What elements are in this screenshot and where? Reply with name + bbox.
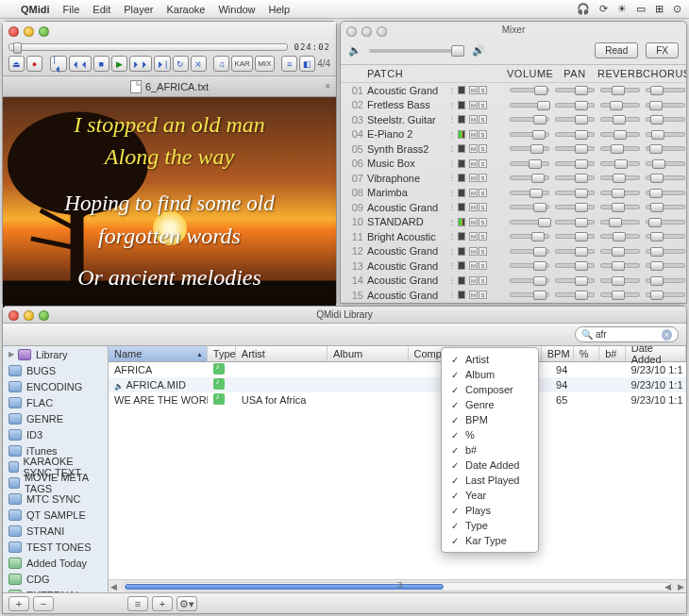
mixer-track[interactable]: 05 Synth Brass2 ⋮MS	[348, 142, 679, 157]
solo-button[interactable]: S	[479, 144, 487, 153]
context-menu-item[interactable]: BPM	[442, 412, 538, 427]
patch-name[interactable]: Acoustic Grand	[367, 85, 448, 96]
search-input[interactable]	[596, 329, 662, 340]
seek-slider[interactable]	[8, 43, 288, 51]
solo-button[interactable]: S	[479, 203, 487, 211]
context-menu-item[interactable]: Genre	[442, 397, 538, 412]
reverb-slider[interactable]	[600, 278, 640, 283]
reverb-slider[interactable]	[600, 103, 640, 108]
context-menu-item[interactable]: Type	[442, 518, 538, 533]
app-menu[interactable]: QMidi	[21, 4, 50, 15]
patch-name[interactable]: Acoustic Grand	[367, 275, 448, 286]
solo-button[interactable]: S	[479, 291, 487, 299]
track-menu-icon[interactable]: ⋮	[448, 101, 456, 109]
mute-button[interactable]: M	[469, 291, 478, 299]
pan-slider[interactable]	[555, 103, 595, 108]
volume-slider[interactable]	[510, 234, 549, 239]
fx-button[interactable]: FX	[646, 42, 679, 58]
context-menu-item[interactable]: Composer	[442, 382, 538, 397]
track-menu-icon[interactable]: ⋮	[448, 232, 456, 241]
add-button[interactable]: +	[8, 596, 29, 611]
reverb-slider[interactable]	[600, 146, 640, 151]
volume-slider[interactable]	[510, 103, 549, 108]
track-menu-icon[interactable]: ⋮	[448, 203, 456, 211]
reverb-slider[interactable]	[600, 117, 640, 122]
chorus-slider[interactable]	[646, 103, 685, 108]
reverb-slider[interactable]	[600, 191, 640, 195]
tab-title[interactable]: 6_AFRICA.txt	[145, 81, 209, 92]
chorus-slider[interactable]	[646, 292, 685, 297]
chorus-slider[interactable]	[646, 263, 685, 268]
sidebar-item[interactable]: ▶Library	[3, 346, 108, 362]
library-sidebar[interactable]: ▶LibraryBUGSENCODINGFLACGENREID3iTunesKA…	[3, 346, 109, 592]
sidebar-item[interactable]: GENRE	[3, 410, 108, 426]
solo-button[interactable]: S	[479, 189, 487, 197]
menu-player[interactable]: Player	[124, 4, 153, 15]
table-row[interactable]: AFRICA 94 9/23/10 1:1	[109, 362, 686, 377]
loop-button[interactable]: ↻	[173, 56, 189, 72]
mute-button[interactable]: M	[469, 144, 478, 153]
patch-name[interactable]: E-Piano 2	[367, 128, 448, 140]
volume-slider[interactable]	[510, 205, 549, 209]
pan-slider[interactable]	[555, 132, 595, 137]
mixer-track[interactable]: 11 Bright Acoustic ⋮MS	[348, 229, 679, 244]
table-header[interactable]: NameTypeArtistAlbumCompoBPM%b#Date Added	[109, 346, 686, 362]
patch-name[interactable]: Acoustic Grand	[367, 202, 448, 213]
mixer-track[interactable]: 07 Vibraphone ⋮MS	[348, 171, 679, 186]
close-button[interactable]	[8, 26, 19, 37]
context-menu-item[interactable]: Last Played	[442, 473, 538, 488]
mixer-track[interactable]: 15 Acoustic Grand ⋮MS	[348, 288, 679, 302]
pan-slider[interactable]	[555, 146, 595, 151]
info-button[interactable]: ◧	[299, 56, 315, 72]
headphones-icon[interactable]: 🎧	[577, 3, 590, 15]
reverb-slider[interactable]	[600, 249, 640, 254]
mixer-track[interactable]: 10 STANDARD ⋮MS	[348, 215, 679, 230]
zoom-button[interactable]	[39, 26, 49, 37]
menu-file[interactable]: File	[63, 4, 80, 15]
mix-button[interactable]: MIX	[255, 56, 275, 72]
volume-slider[interactable]	[510, 117, 549, 122]
disclosure-triangle[interactable]: ▶	[8, 350, 14, 358]
zoom-button[interactable]	[39, 310, 49, 321]
solo-button[interactable]: S	[479, 276, 487, 285]
skip-start-button[interactable]: |⏴	[50, 56, 67, 72]
track-menu-icon[interactable]: ⋮	[448, 130, 456, 139]
volume-slider[interactable]	[510, 263, 549, 268]
pan-slider[interactable]	[555, 263, 595, 268]
column-header[interactable]: Artist	[236, 346, 328, 361]
fastfwd-button[interactable]: ⏵⏵	[129, 56, 152, 72]
remove-button[interactable]: −	[33, 596, 54, 611]
mixer-tracks[interactable]: 01 Acoustic Grand ⋮MS 02 Fretless Bass ⋮…	[341, 83, 686, 302]
pan-slider[interactable]	[555, 191, 595, 195]
mute-button[interactable]: M	[469, 115, 478, 124]
horizontal-scrollbar[interactable]: ◀ 3 ◀ ▶	[109, 579, 686, 592]
pan-slider[interactable]	[555, 249, 595, 254]
menu-edit[interactable]: Edit	[92, 4, 110, 15]
chorus-slider[interactable]	[646, 146, 685, 151]
list-view-button[interactable]: ≡	[127, 596, 148, 611]
mute-button[interactable]: M	[469, 159, 478, 168]
mixer-track[interactable]: 02 Fretless Bass ⋮MS	[348, 98, 679, 113]
track-menu-icon[interactable]: ⋮	[448, 115, 456, 124]
mixer-track[interactable]: 04 E-Piano 2 ⋮MS	[348, 127, 679, 142]
track-menu-icon[interactable]: ⋮	[448, 159, 456, 168]
chorus-slider[interactable]	[646, 191, 685, 195]
pan-slider[interactable]	[555, 117, 595, 122]
shuffle-button[interactable]: ⤨	[191, 56, 207, 72]
patch-name[interactable]: Acoustic Grand	[367, 290, 448, 301]
solo-button[interactable]: S	[479, 247, 487, 256]
minimize-button[interactable]	[24, 310, 34, 321]
mute-button[interactable]: M	[469, 189, 478, 197]
mixer-track[interactable]: 08 Marimba ⋮MS	[348, 186, 679, 201]
spotlight-icon[interactable]: ⊙	[673, 3, 681, 15]
table-row[interactable]: WE ARE THE WORLD USA for Africa 65 9/23/…	[109, 392, 686, 408]
columns-context-menu[interactable]: ArtistAlbumComposerGenreBPM%b#Date Added…	[441, 347, 539, 553]
display-icon[interactable]: ▭	[636, 3, 646, 15]
pan-slider[interactable]	[555, 234, 595, 239]
track-menu-icon[interactable]: ⋮	[448, 276, 456, 285]
patch-name[interactable]: Marimba	[367, 187, 448, 198]
chorus-slider[interactable]	[646, 220, 685, 225]
volume-slider[interactable]	[510, 146, 549, 151]
chorus-slider[interactable]	[646, 249, 685, 254]
master-volume-slider[interactable]	[369, 49, 464, 53]
